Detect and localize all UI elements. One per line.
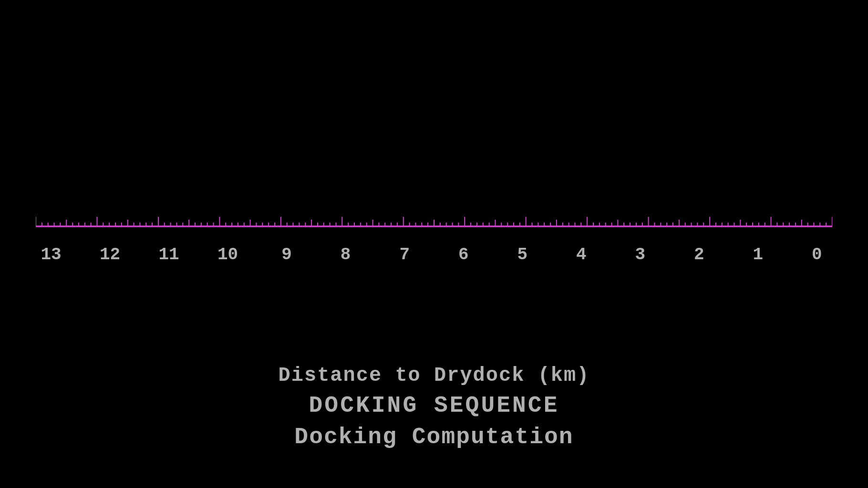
ruler-numbers: 13 12 11 10 9 8 7 6 5 4 3 2 1 0 bbox=[36, 245, 832, 264]
ruler-container: // Will be generated programmatically be… bbox=[36, 217, 832, 264]
ruler-number-1: 1 bbox=[744, 245, 772, 264]
main-screen: // Will be generated programmatically be… bbox=[0, 0, 868, 488]
docking-sequence-label: DOCKING SEQUENCE bbox=[309, 393, 559, 418]
ruler-number-12: 12 bbox=[96, 245, 124, 264]
ruler-number-9: 9 bbox=[272, 245, 301, 264]
ruler-number-10: 10 bbox=[214, 245, 242, 264]
ruler-number-11: 11 bbox=[155, 245, 183, 264]
ruler-number-8: 8 bbox=[331, 245, 360, 264]
ruler-number-5: 5 bbox=[508, 245, 537, 264]
ruler-number-3: 3 bbox=[626, 245, 654, 264]
distance-label: Distance to Drydock (km) bbox=[279, 364, 590, 387]
ruler-number-13: 13 bbox=[37, 245, 65, 264]
ruler-number-2: 2 bbox=[685, 245, 713, 264]
ruler-number-7: 7 bbox=[390, 245, 419, 264]
docking-computation-label: Docking Computation bbox=[294, 424, 573, 450]
ruler-svg-ticks bbox=[36, 217, 832, 243]
ruler-number-4: 4 bbox=[567, 245, 596, 264]
text-labels: Distance to Drydock (km) DOCKING SEQUENC… bbox=[0, 364, 868, 488]
ruler-number-0: 0 bbox=[803, 245, 831, 264]
ruler-number-6: 6 bbox=[449, 245, 478, 264]
